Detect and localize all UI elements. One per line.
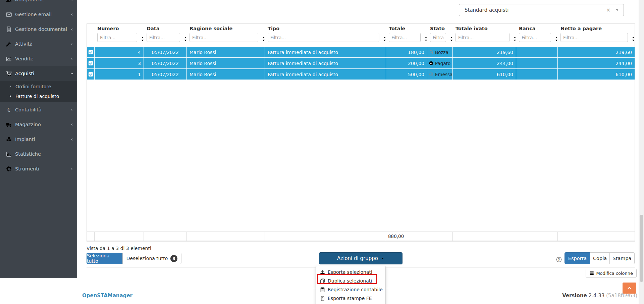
chart-line-icon	[6, 56, 12, 62]
column-header-banca: Banca	[516, 24, 558, 46]
cell-totale-ivato: 244,00	[453, 58, 516, 68]
sidebar-subitem-label: Ordini fornitore	[15, 84, 51, 89]
sort-icon[interactable]	[383, 37, 386, 41]
status-label: Emessa	[435, 72, 452, 77]
filter-input-data[interactable]	[147, 33, 180, 42]
sidebar-item-anagrafiche[interactable]: Anagrafiche	[0, 0, 77, 7]
footer-cell	[87, 232, 95, 241]
cell-stato: Pagato	[427, 58, 453, 68]
select-all-button[interactable]: Seleziona tutto	[87, 253, 122, 264]
chevron-left-icon	[70, 42, 74, 46]
check-square-icon[interactable]	[88, 61, 93, 66]
copy-button[interactable]: Copia	[590, 252, 610, 264]
sidebar-item-label: Gestione email	[15, 12, 67, 17]
menu-item-esporta-stampe-fe[interactable]: Esporta stampe FE	[316, 294, 385, 303]
scroll-to-top-button[interactable]	[623, 283, 636, 294]
cell-banca	[516, 69, 558, 80]
menu-item-duplica-selezionati[interactable]: Duplica selezionati	[316, 276, 385, 285]
brand-link[interactable]: OpenSTAManager	[82, 293, 132, 299]
sidebar-item-statistiche[interactable]: Statistiche	[0, 147, 77, 161]
menu-item-label: Esporta selezionati	[328, 269, 372, 275]
sidebar-item-impianti[interactable]: Impianti	[0, 132, 77, 147]
chevron-left-icon	[70, 138, 74, 141]
clear-icon[interactable]: ×	[606, 7, 610, 13]
sidebar-item-gestione-email[interactable]: Gestione email	[0, 7, 77, 22]
cell-numero: 1	[95, 69, 144, 80]
footer-cell-totale-ivato	[453, 232, 516, 241]
filter-input-banca[interactable]	[519, 33, 551, 42]
table-header-row: Numero Data Ragione sociale Tipo Totale	[87, 24, 635, 46]
sidebar-item-label: Gestione documentale	[15, 27, 67, 32]
menu-item-esporta-xml[interactable]: Esporta XML	[316, 303, 385, 304]
filter-input-netto-a-pagare[interactable]	[560, 33, 628, 42]
chevron-left-icon	[70, 0, 74, 2]
help-icon[interactable]	[556, 257, 562, 262]
gear-icon	[6, 166, 12, 172]
scrollbar-thumb[interactable]	[640, 215, 643, 282]
card-top-border	[157, 1, 636, 1]
cell-banca	[516, 47, 558, 57]
sort-icon[interactable]	[184, 37, 187, 41]
filter-input-stato[interactable]	[430, 33, 446, 42]
footer-cell-stato	[427, 232, 453, 241]
column-header-ragione-sociale: Ragione sociale	[187, 24, 265, 46]
sort-icon[interactable]	[632, 37, 635, 41]
menu-item-label: Registrazione contabile	[328, 287, 383, 292]
cell-totale: 500,00	[386, 69, 427, 80]
column-label: Tipo	[268, 26, 383, 31]
cell-netto-a-pagare: 219,60	[558, 47, 635, 57]
menu-item-label: Duplica selezionati	[328, 278, 372, 284]
sidebar-item-magazzino[interactable]: Magazzino	[0, 117, 77, 132]
angle-right-icon	[8, 94, 12, 98]
filter-input-numero[interactable]	[97, 33, 137, 42]
filter-input-ragione-sociale[interactable]	[190, 33, 258, 42]
vertical-scrollbar	[639, 0, 644, 304]
cell-ragione-sociale: Mario Rossi	[187, 47, 265, 57]
filter-input-totale-ivato[interactable]	[455, 33, 509, 42]
sort-icon[interactable]	[141, 37, 144, 41]
menu-item-esporta-selezionati[interactable]: Esporta selezionati	[316, 268, 385, 276]
deselect-all-button[interactable]: Deseleziona tutto 3	[122, 253, 181, 264]
sort-icon[interactable]	[262, 37, 265, 41]
sort-icon[interactable]	[555, 37, 558, 41]
sidebar-item-attivita[interactable]: Attività	[0, 37, 77, 51]
sidebar-item-acquisti[interactable]: Acquisti	[0, 66, 77, 81]
menu-item-registrazione-contabile[interactable]: Registrazione contabile	[316, 285, 385, 294]
table-row[interactable]: 3 05/07/2022 Mario Rossi Fattura immedia…	[87, 58, 635, 68]
group-actions-label: Azioni di gruppo	[337, 255, 378, 261]
clock-icon	[429, 72, 433, 77]
sort-icon[interactable]	[514, 37, 516, 41]
print-template-select[interactable]: Standard acquisti ×	[459, 4, 624, 16]
sidebar-item-gestione-documentale[interactable]: Gestione documentale	[0, 22, 77, 37]
edit-columns-label: Modifica colonne	[596, 271, 633, 276]
document-icon	[6, 27, 12, 32]
edit-columns-button[interactable]: Modifica colonne	[586, 269, 637, 277]
column-header-stato: Stato	[427, 24, 453, 46]
column-label: Data	[147, 26, 184, 31]
sidebar-item-contabilita[interactable]: € Contabilità	[0, 102, 77, 117]
sidebar-item-vendite[interactable]: Vendite	[0, 51, 77, 66]
selected-template-value: Standard acquisti	[465, 7, 606, 13]
draft-file-icon	[429, 50, 433, 54]
check-square-icon[interactable]	[88, 50, 93, 55]
download-icon	[320, 270, 325, 275]
table-row[interactable]: 1 05/07/2022 Mario Rossi Fattura immedia…	[87, 69, 635, 80]
print-button[interactable]: Stampa	[610, 252, 635, 264]
table-row[interactable]: 4 05/07/2022 Mario Rossi Fattura immedia…	[87, 47, 635, 57]
sidebar-submenu-acquisti: Ordini fornitore Fatture di acquisto	[0, 81, 77, 102]
sort-icon[interactable]	[425, 37, 427, 41]
sidebar-item-label: Anagrafiche	[15, 0, 67, 2]
sidebar-item-ordini-fornitore[interactable]: Ordini fornitore	[0, 82, 77, 91]
filter-input-tipo[interactable]	[268, 33, 379, 42]
sidebar-item-fatture-di-acquisto[interactable]: Fatture di acquisto	[0, 91, 77, 101]
filter-input-totale[interactable]	[389, 33, 421, 42]
export-button[interactable]: Esporta	[565, 252, 590, 264]
file-archive-icon	[320, 296, 325, 301]
cell-data: 05/07/2022	[144, 58, 187, 68]
sort-icon[interactable]	[450, 37, 453, 41]
cell-tipo: Fattura immediata di acquisto	[265, 58, 386, 68]
sidebar-item-strumenti[interactable]: Strumenti	[0, 161, 77, 176]
column-header-tipo: Tipo	[265, 24, 386, 46]
check-square-icon[interactable]	[88, 72, 93, 77]
group-actions-button[interactable]: Azioni di gruppo	[319, 252, 402, 264]
